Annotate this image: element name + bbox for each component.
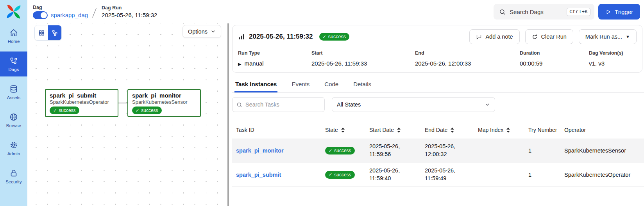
dag-pause-toggle[interactable] [33,11,48,19]
sidebar-item-label: Browse [6,123,21,128]
operator-cell: SparkKubernetesSensor [560,147,644,154]
graph-options-button[interactable]: Options [182,25,221,38]
column-header-task-id: Task ID [232,127,321,133]
tab-task-instances[interactable]: Task Instances [234,77,277,92]
check-icon: ✓ [329,148,332,153]
run-field-duration: Duration 00:00:59 [520,50,589,67]
view-switcher [34,25,62,41]
sidebar-item-label: Assets [7,95,21,100]
state-badge: ✓success [325,171,355,179]
task-instances-table: Task ID State Start Date End Date Map In… [232,121,644,187]
database-icon [9,85,18,93]
sidebar-item-dags[interactable]: Dags [0,52,27,76]
tab-code[interactable]: Code [324,77,339,92]
task-state-badge: ✓success [132,107,162,114]
clear-run-button[interactable]: Clear Run [525,29,573,44]
task-id-link[interactable]: spark_pi_submit [232,172,321,178]
task-id-link[interactable]: spark_pi_monitor [232,147,321,154]
breadcrumb-dag: Dag sparkapp_dag [33,5,88,19]
options-label: Options [188,28,208,35]
tab-events[interactable]: Events [291,77,310,92]
dag-run-label: Dag Run [102,5,157,11]
dag-run-value: 2025-05-26, 11:59:32 [102,12,157,18]
dag-graph-pane: Options spark_pi_submit SparkKubernetesO… [27,23,227,206]
sidebar-item-browse[interactable]: Browse [0,108,27,133]
sidebar-item-security[interactable]: Security [0,164,27,189]
column-header-state[interactable]: State [321,127,365,133]
globe-icon [9,113,18,121]
task-filters: All States [232,97,644,112]
sidebar-item-label: Admin [7,151,20,156]
caret-down-icon: ▼ [626,34,630,39]
task-node-operator: SparkKubernetesSensor [132,99,196,105]
table-row: spark_pi_monitor ✓success 2025-05-26, 11… [232,139,644,163]
sort-icon[interactable] [341,128,345,133]
run-fields: Run Type ▶manual Start 2025-05-26, 11:59… [238,50,637,67]
mark-run-as-button[interactable]: Mark Run as... ▼ [579,29,637,44]
breadcrumb-separator [92,8,97,18]
airflow-app: Home Dags Assets Browse [0,0,644,206]
run-state-badge: ✓success [319,33,349,41]
graph-view-icon [52,30,58,36]
state-cell: ✓success [321,171,365,179]
task-node-spark-pi-submit[interactable]: spark_pi_submit SparkKubernetesOperator … [45,89,118,117]
state-badge: ✓success [325,147,355,154]
breadcrumb-dag-run: Dag Run 2025-05-26, 11:59:32 [102,5,157,18]
run-field-run-type: Run Type ▶manual [238,50,311,67]
dag-name-link[interactable]: sparkapp_dag [51,12,88,18]
grid-view-icon [38,30,45,36]
check-icon: ✓ [136,108,139,113]
run-field-dag-versions: Dag Version(s) v1, v3 [589,50,637,67]
task-node-spark-pi-monitor[interactable]: spark_pi_monitor SparkKubernetesSensor ✓… [127,89,201,117]
sidebar-item-admin[interactable]: Admin [0,136,27,161]
trigger-label: Trigger [615,9,633,15]
add-note-button[interactable]: Add a note [469,29,519,44]
sidebar-item-label: Security [5,179,22,184]
grid-view-button[interactable] [35,25,48,40]
sort-icon[interactable] [450,128,454,133]
task-edge [118,103,127,103]
search-dags-placeholder: Search Dags [510,9,563,15]
sort-icon[interactable] [506,128,510,133]
trigger-button[interactable]: Trigger [598,4,640,20]
bar-chart-icon [238,33,245,40]
graph-view-button[interactable] [48,25,61,40]
sidebar-item-label: Home [8,39,20,44]
column-header-map-index[interactable]: Map Index [474,127,524,133]
task-node-title: spark_pi_submit [50,92,114,99]
run-title: 2025-05-26, 11:59:32 [249,33,313,41]
column-header-start-date[interactable]: Start Date [365,127,421,133]
run-field-start: Start 2025-05-26, 11:59:33 [311,50,415,67]
check-icon: ✓ [329,172,332,177]
state-cell: ✓success [321,147,365,154]
dag-run-detail-panel: 2025-05-26, 11:59:32 ✓success Add a note [229,23,644,206]
dag-label: Dag [33,5,88,10]
sidebar: Home Dags Assets Browse [0,0,27,206]
task-node-operator: SparkKubernetesOperator [50,99,114,105]
column-header-end-date[interactable]: End Date [421,127,474,133]
airflow-logo[interactable] [0,0,27,23]
refresh-icon [532,34,538,40]
play-icon [605,9,611,15]
home-icon [9,28,18,37]
search-tasks-input[interactable] [245,101,320,108]
tab-details[interactable]: Details [352,77,372,92]
state-filter-value: All States [337,101,361,108]
search-dags-button[interactable]: Search Dags Ctrl+K [494,4,594,20]
sidebar-item-home[interactable]: Home [0,23,27,48]
table-header-row: Task ID State Start Date End Date Map In… [232,121,644,139]
state-filter-select[interactable]: All States [332,97,495,112]
start-date-cell: 2025-05-26, 11:59:56 [365,143,421,158]
note-icon [476,34,482,40]
sidebar-item-assets[interactable]: Assets [0,80,27,105]
search-tasks-field[interactable] [232,97,325,112]
play-icon: ▶ [238,62,241,66]
search-icon [499,9,506,15]
dag-icon [9,57,18,65]
operator-cell: SparkKubernetesOperator [560,172,644,178]
run-field-end: End 2025-05-26, 12:00:33 [415,50,520,67]
check-icon: ✓ [323,34,326,39]
sort-icon[interactable] [397,128,401,133]
end-date-cell: 2025-05-26, 12:00:32 [421,143,474,158]
start-date-cell: 2025-05-26, 11:59:40 [365,167,421,182]
